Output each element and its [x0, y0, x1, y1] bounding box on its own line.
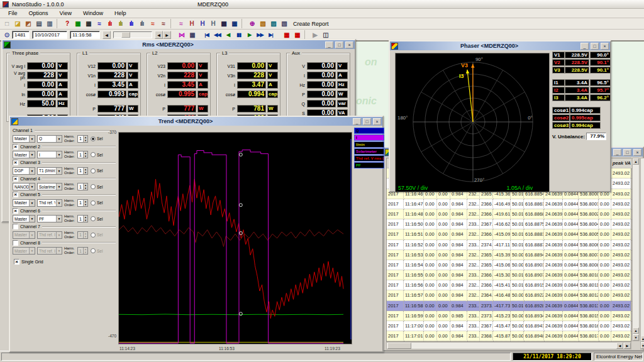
event-marker-icon[interactable]: ⋈ — [176, 30, 187, 40]
fast-forward-button[interactable]: ▶▶ — [255, 30, 265, 40]
channel-4-param-select[interactable]: Solarimete▼ — [37, 183, 62, 190]
scroll-down-button[interactable]: ▲ — [633, 327, 639, 334]
hscroll-thumb[interactable] — [387, 343, 411, 349]
window-vertical-scrollbar[interactable]: ▲ ▼ — [640, 158, 644, 349]
hold-gray-icon[interactable]: H — [208, 19, 218, 28]
legend-1[interactable]: Q — [354, 128, 384, 134]
channel-7-sel-radio[interactable] — [91, 233, 96, 238]
table-vertical-scrollbar[interactable]: ▲ ▲ ▼ — [632, 158, 640, 341]
table-row[interactable]: 201711:16:520.000.000.984233...2374...-4… — [387, 240, 631, 250]
new-document-icon[interactable]: □ — [1, 19, 12, 28]
table-row[interactable]: 201711:16:530.000.000.984232...2365...-4… — [387, 250, 631, 260]
grid-view-icon[interactable]: ▦ — [187, 30, 197, 40]
table-row[interactable]: 201711:16:480.000.000.984232...2366...-4… — [387, 209, 631, 219]
rms-window-titlebar[interactable]: Rms <MDERZQ00> _ □ × — [3, 40, 355, 49]
time-slider-thumb[interactable] — [121, 32, 130, 38]
harmonic-bars-olive-icon[interactable]: ılı — [115, 19, 126, 28]
step-spin-button[interactable]: ◀ — [103, 31, 111, 39]
phaser-maximize-button[interactable]: □ — [591, 43, 599, 50]
harmonic-bars-red-icon[interactable]: ılı — [104, 19, 115, 28]
channel-4-sel-radio[interactable] — [91, 184, 96, 189]
channel-1-sel-radio[interactable] — [91, 136, 96, 141]
help-icon[interactable]: ? — [62, 19, 72, 28]
channel-5-harm-order-spinner[interactable]: 1▲▼ — [77, 199, 88, 207]
table-row[interactable]: 201711:16:570.000.000.984232...2364...-4… — [387, 290, 631, 300]
records-icon[interactable]: ⊙ — [1, 30, 12, 40]
harmonics-table-icon[interactable]: ▦ — [83, 19, 94, 28]
trend-minimize-button[interactable]: _ — [353, 118, 361, 125]
legend-3[interactable]: l/min — [354, 141, 384, 148]
menu-view[interactable]: View — [54, 9, 77, 17]
scroll-up-button[interactable]: ▲ — [633, 158, 639, 165]
channel-2-source-select[interactable]: Master▼ — [13, 151, 35, 158]
channel-3-harm-order-spinner[interactable]: 1▲▼ — [77, 167, 88, 175]
export-icon[interactable]: ▥ — [44, 19, 55, 28]
open-folder-icon[interactable]: ◪ — [12, 19, 23, 28]
trend-view-dark-icon[interactable]: ≈ — [158, 19, 169, 28]
trend-window-titlebar[interactable]: Trend <MDERZQ00> _ □ × — [10, 117, 382, 126]
play-button[interactable]: ▶ — [244, 30, 255, 40]
single-grid-checkbox[interactable]: × — [14, 259, 19, 265]
report-doc1-icon[interactable]: ▧ — [257, 19, 268, 28]
menu-window[interactable]: Window — [77, 9, 109, 17]
close-file-icon[interactable]: ◩ — [23, 19, 33, 28]
trend-view-red-icon[interactable]: ≈ — [147, 19, 158, 28]
channel-7-source-select[interactable]: Master▼ — [13, 231, 35, 239]
table-row[interactable]: 201711:16:540.000.000.984232...2365...-4… — [387, 260, 631, 270]
channel-8-param-select[interactable]: Thd ref. I▼ — [37, 247, 62, 255]
scroll-left-button[interactable]: ◀ — [616, 343, 623, 349]
table-close-button[interactable]: × — [633, 149, 641, 156]
table-row[interactable]: 201711:16:550.000.000.984233...2366...-4… — [387, 270, 631, 280]
table-row[interactable]: 201711:17:000.000.000.984233...2367...-4… — [387, 321, 631, 331]
table-row[interactable]: 201711:16:500.000.000.984233...2367...-4… — [387, 219, 631, 229]
channel-3-checkbox[interactable]: × — [13, 160, 18, 165]
record-count-field[interactable]: 1481 — [12, 31, 30, 39]
legend-6[interactable]: PF — [354, 162, 384, 168]
channel-6-sel-radio[interactable] — [91, 216, 96, 221]
legend-2[interactable]: I — [354, 134, 384, 141]
trend-marker-icon[interactable]: ≈ — [175, 19, 186, 28]
save-icon[interactable]: ◫ — [320, 30, 331, 40]
table-minimize-button[interactable]: _ — [613, 149, 621, 156]
skip-end-button[interactable]: ▶| — [265, 30, 276, 40]
table-view-icon[interactable]: ▦ — [229, 19, 240, 28]
energy-table-icon[interactable]: ▩ — [218, 19, 229, 28]
channel-1-harm-order-spinner[interactable]: 1▲▼ — [77, 135, 88, 143]
menu-file[interactable]: File — [3, 9, 23, 17]
trend-close-button[interactable]: × — [373, 118, 381, 125]
slider-right-button[interactable]: ▶ — [163, 31, 171, 39]
table-row[interactable]: 201711:16:470.000.000.984232...2366...-4… — [387, 199, 631, 209]
channel-8-sel-radio[interactable] — [91, 248, 96, 253]
channel-2-checkbox[interactable]: × — [13, 144, 18, 150]
rms-maximize-button[interactable]: □ — [335, 41, 343, 48]
channel-5-source-select[interactable]: Master▼ — [13, 199, 35, 207]
channel-2-param-select[interactable]: I▼ — [37, 151, 62, 158]
table-row[interactable]: 201711:16:510.000.000.984232...2366...-4… — [387, 229, 631, 239]
channel-6-source-select[interactable]: Master▼ — [13, 215, 35, 222]
channel-1-source-select[interactable]: Master▼ — [13, 135, 35, 143]
table-maximize-button[interactable]: □ — [623, 149, 631, 156]
winscroll-up-button[interactable]: ▲ — [641, 336, 644, 342]
slider-left-button[interactable]: ◀ — [155, 31, 163, 39]
waveform-view-icon[interactable]: ≈ — [94, 19, 104, 28]
channel-8-checkbox[interactable] — [13, 240, 18, 246]
channel-5-param-select[interactable]: Thd ref. V▼ — [37, 199, 62, 207]
time-slider[interactable] — [113, 31, 152, 38]
rms-view-icon[interactable]: ▦ — [72, 19, 83, 28]
table-row[interactable]: 201711:16:560.000.000.984232...2366...-4… — [387, 280, 631, 290]
data-table-red-icon[interactable]: ▦ — [281, 30, 292, 40]
channel-2-sel-radio[interactable] — [91, 152, 96, 157]
menu-options[interactable]: Options — [23, 9, 54, 17]
report-doc3-icon[interactable]: ▧ — [279, 19, 289, 28]
hold-red-icon[interactable]: H — [186, 19, 197, 28]
hold-blue-icon[interactable]: H — [197, 19, 208, 28]
channel-7-param-select[interactable]: Thd ref. I▼ — [37, 231, 62, 239]
scroll-right-button[interactable]: ▶ — [624, 343, 631, 349]
channel-3-param-select[interactable]: T1 (l/min)▼ — [37, 167, 62, 175]
phaser-close-button[interactable]: × — [601, 43, 609, 50]
channel-4-source-select[interactable]: NANODS▼ — [13, 183, 35, 190]
skip-start-button[interactable]: |◀ — [201, 30, 212, 40]
channel-6-harm-order-spinner[interactable]: 1▲▼ — [77, 215, 88, 222]
channel-8-harm-order-spinner[interactable]: 1▲▼ — [77, 247, 88, 255]
phaser-minimize-button[interactable]: _ — [580, 43, 589, 50]
